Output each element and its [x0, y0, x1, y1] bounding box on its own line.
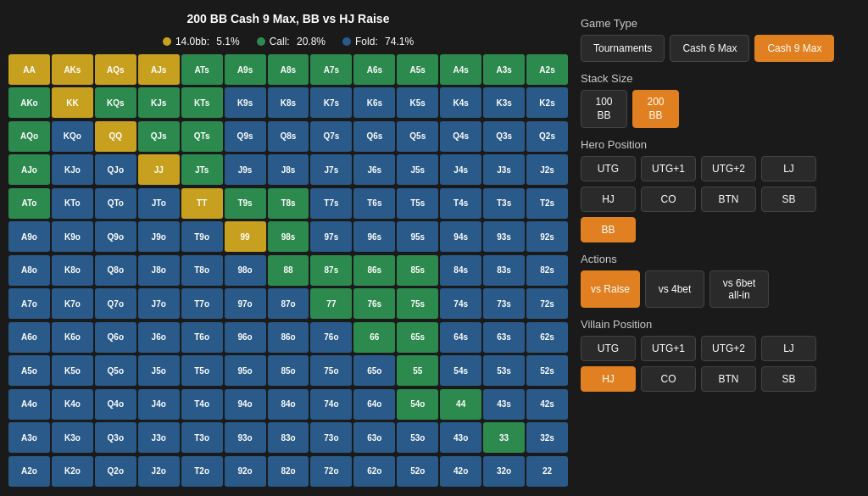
- cell-AKo[interactable]: AKo: [8, 87, 50, 118]
- cell-JJ[interactable]: JJ: [138, 154, 180, 185]
- cell-K9o[interactable]: K9o: [52, 221, 93, 252]
- cell-93s[interactable]: 93s: [483, 221, 525, 252]
- cell-83o[interactable]: 83o: [268, 422, 309, 453]
- cell-96s[interactable]: 96s: [353, 221, 395, 252]
- cell-62o[interactable]: 62o: [353, 456, 395, 487]
- cell-A3o[interactable]: A3o: [8, 422, 50, 453]
- cell-82o[interactable]: 82o: [268, 456, 309, 487]
- btn-vs-6bet[interactable]: vs 6betall-in: [709, 270, 769, 308]
- cell-43s[interactable]: 43s: [483, 389, 525, 420]
- cell-65s[interactable]: 65s: [397, 322, 438, 353]
- cell-22[interactable]: 22: [526, 456, 568, 487]
- cell-J8o[interactable]: J8o: [138, 255, 180, 286]
- btn-200bb[interactable]: 200BB: [632, 90, 679, 128]
- cell-87s[interactable]: 87s: [310, 255, 352, 286]
- cell-72o[interactable]: 72o: [310, 456, 352, 487]
- cell-Q5s[interactable]: Q5s: [397, 121, 438, 152]
- cell-JTs[interactable]: JTs: [181, 154, 223, 185]
- cell-Q8o[interactable]: Q8o: [95, 255, 136, 286]
- cell-63s[interactable]: 63s: [483, 322, 525, 353]
- cell-K5o[interactable]: K5o: [52, 355, 93, 386]
- cell-J9o[interactable]: J9o: [138, 221, 180, 252]
- cell-95s[interactable]: 95s: [397, 221, 438, 252]
- cell-A8s[interactable]: A8s: [268, 54, 309, 85]
- cell-K3o[interactable]: K3o: [52, 422, 93, 453]
- cell-QJo[interactable]: QJo: [95, 154, 136, 185]
- cell-K7s[interactable]: K7s: [310, 87, 352, 118]
- cell-83s[interactable]: 83s: [483, 255, 525, 286]
- cell-A8o[interactable]: A8o: [8, 255, 50, 286]
- cell-K8o[interactable]: K8o: [52, 255, 93, 286]
- cell-Q3o[interactable]: Q3o: [95, 422, 136, 453]
- cell-Q4s[interactable]: Q4s: [440, 121, 481, 152]
- cell-73s[interactable]: 73s: [483, 288, 525, 319]
- cell-A3s[interactable]: A3s: [483, 54, 525, 85]
- cell-QJs[interactable]: QJs: [138, 121, 180, 152]
- cell-A4s[interactable]: A4s: [440, 54, 481, 85]
- btn-hero-sb[interactable]: SB: [761, 187, 816, 212]
- cell-ATo[interactable]: ATo: [8, 188, 50, 219]
- btn-hero-utg[interactable]: UTG: [581, 156, 636, 181]
- cell-42s[interactable]: 42s: [526, 389, 568, 420]
- btn-cash9max[interactable]: Cash 9 Max: [754, 35, 834, 62]
- cell-J3s[interactable]: J3s: [483, 154, 525, 185]
- cell-76o[interactable]: 76o: [310, 322, 352, 353]
- cell-AJo[interactable]: AJo: [8, 154, 50, 185]
- cell-KQo[interactable]: KQo: [52, 121, 93, 152]
- cell-Q2o[interactable]: Q2o: [95, 456, 136, 487]
- cell-J2o[interactable]: J2o: [138, 456, 180, 487]
- btn-villain-utg[interactable]: UTG: [581, 336, 636, 361]
- btn-tournaments[interactable]: Tournaments: [581, 35, 665, 62]
- cell-66[interactable]: 66: [353, 322, 395, 353]
- cell-82s[interactable]: 82s: [526, 255, 568, 286]
- btn-vs-raise[interactable]: vs Raise: [581, 270, 640, 308]
- cell-95o[interactable]: 95o: [225, 355, 266, 386]
- cell-A2o[interactable]: A2o: [8, 456, 50, 487]
- cell-96o[interactable]: 96o: [225, 322, 266, 353]
- btn-100bb[interactable]: 100BB: [581, 90, 627, 128]
- cell-J4s[interactable]: J4s: [440, 154, 481, 185]
- cell-A9s[interactable]: A9s: [225, 54, 266, 85]
- btn-villain-lj[interactable]: LJ: [761, 336, 816, 361]
- btn-villain-co[interactable]: CO: [641, 366, 696, 392]
- cell-52o[interactable]: 52o: [397, 456, 438, 487]
- btn-hero-hj[interactable]: HJ: [581, 187, 636, 212]
- cell-54o[interactable]: 54o: [397, 389, 438, 420]
- cell-65o[interactable]: 65o: [353, 355, 395, 386]
- cell-32s[interactable]: 32s: [526, 422, 568, 453]
- cell-K7o[interactable]: K7o: [52, 288, 93, 319]
- cell-42o[interactable]: 42o: [440, 456, 481, 487]
- btn-hero-utg1[interactable]: UTG+1: [641, 156, 696, 181]
- cell-KTs[interactable]: KTs: [181, 87, 223, 118]
- cell-88[interactable]: 88: [268, 255, 309, 286]
- cell-A5o[interactable]: A5o: [8, 355, 50, 386]
- cell-J3o[interactable]: J3o: [138, 422, 180, 453]
- cell-K4o[interactable]: K4o: [52, 389, 93, 420]
- cell-K4s[interactable]: K4s: [440, 87, 481, 118]
- cell-K2o[interactable]: K2o: [52, 456, 93, 487]
- cell-J5o[interactable]: J5o: [138, 355, 180, 386]
- cell-KJs[interactable]: KJs: [138, 87, 180, 118]
- cell-T9s[interactable]: T9s: [225, 188, 266, 219]
- cell-KQs[interactable]: KQs: [95, 87, 136, 118]
- cell-43o[interactable]: 43o: [440, 422, 481, 453]
- cell-A5s[interactable]: A5s: [397, 54, 438, 85]
- cell-87o[interactable]: 87o: [268, 288, 309, 319]
- cell-84o[interactable]: 84o: [268, 389, 309, 420]
- cell-97o[interactable]: 97o: [225, 288, 266, 319]
- cell-AA[interactable]: AA: [8, 54, 50, 85]
- cell-Q7o[interactable]: Q7o: [95, 288, 136, 319]
- cell-Q4o[interactable]: Q4o: [95, 389, 136, 420]
- cell-98o[interactable]: 98o: [225, 255, 266, 286]
- cell-85s[interactable]: 85s: [397, 255, 438, 286]
- cell-QQ[interactable]: QQ: [95, 121, 136, 152]
- cell-72s[interactable]: 72s: [526, 288, 568, 319]
- cell-93o[interactable]: 93o: [225, 422, 266, 453]
- btn-hero-co[interactable]: CO: [641, 187, 696, 212]
- btn-cash6max[interactable]: Cash 6 Max: [670, 35, 749, 62]
- cell-AKs[interactable]: AKs: [52, 54, 93, 85]
- cell-T8s[interactable]: T8s: [268, 188, 309, 219]
- cell-86s[interactable]: 86s: [353, 255, 395, 286]
- cell-T5o[interactable]: T5o: [181, 355, 223, 386]
- cell-K3s[interactable]: K3s: [483, 87, 525, 118]
